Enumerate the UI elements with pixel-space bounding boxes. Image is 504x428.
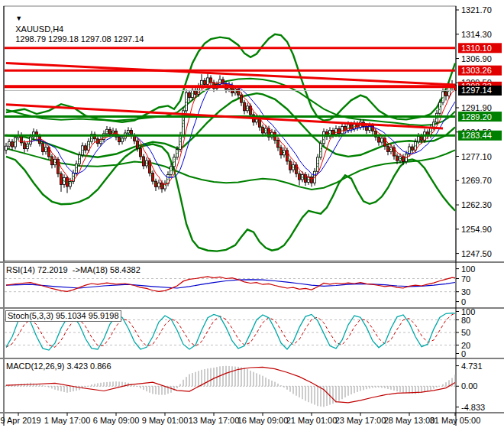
price-tag-red: 1310.10 [458, 43, 502, 53]
stoch-indicator-label[interactable]: Stoch(5,3,3) 95.1034 95.9198 [5, 310, 121, 322]
symbol-name: XAUUSD,H4 [15, 24, 63, 34]
macd-indicator-label: MACD(12,26,9) 3.423 0.866 [6, 362, 111, 371]
price-tick-label: 1247.50 [461, 249, 492, 258]
macd-scale-label: 0.00 [461, 381, 477, 391]
ma-red [18, 83, 455, 185]
macd-signal-line [6, 367, 455, 402]
price-tick-label: 1314.30 [461, 30, 492, 39]
candle-bear [445, 92, 447, 96]
time-tick-label: 21 May 01:00 [286, 416, 338, 425]
price-tag-green: 1283.44 [458, 131, 502, 141]
candle-bear [412, 147, 414, 150]
time-tick-label: 9 May 01:00 [142, 416, 189, 425]
time-tick-label: 23 May 17:00 [335, 416, 386, 425]
time-tick-label: 13 May 17:00 [189, 416, 240, 425]
candles [5, 73, 457, 193]
descending-trendline [6, 63, 455, 85]
price-tick-label: 1321.70 [461, 5, 492, 15]
candle-bear [277, 140, 279, 147]
price-tick-label: 1254.90 [461, 225, 492, 234]
symbol-ohlc-label: ▼ XAUUSD,H4 1298.79 1299.18 1297.08 1297… [6, 4, 144, 54]
stoch-scale-label: 80 [461, 316, 470, 325]
symbol-dropdown-icon[interactable]: ▼ [15, 14, 22, 24]
price-tag-red: 1303.26 [458, 66, 502, 76]
macd-scale-label: -4.833 [461, 403, 485, 412]
price-tag-black: 1297.14 [458, 86, 502, 96]
stoch-scale-label: 0 [461, 349, 466, 358]
time-tick-label: 1 May 17:00 [44, 416, 91, 425]
candle-bull [88, 141, 90, 150]
price-tag-text: 1297.14 [461, 86, 492, 95]
candle-bear [421, 136, 423, 140]
rsi-scale-label: 70 [461, 274, 470, 284]
time-tick-label: 28 May 13:00 [384, 416, 435, 425]
rsi-indicator-label: RSI(14) 72.2019 ->MA(18) 58.4382 [6, 265, 141, 275]
price-tag-text: 1310.10 [461, 44, 492, 53]
price-tick-label: 1277.10 [461, 152, 492, 161]
candle-bull [192, 90, 194, 97]
chart-window: 1321.701314.301306.901299.501291.901284.… [0, 0, 504, 428]
main-price-panel [5, 34, 457, 251]
price-tick-label: 1269.70 [461, 176, 492, 185]
time-tick-label: 29 Apr 2019 [0, 416, 41, 425]
candle-bull [5, 146, 8, 150]
price-tag-text: 1303.26 [461, 66, 492, 75]
candle-bear [143, 157, 145, 166]
price-tick-label: 1262.30 [461, 200, 492, 209]
stoch-scale-label: 50 [461, 328, 470, 337]
time-tick-label: 6 May 09:00 [93, 416, 140, 425]
price-tag-text: 1289.20 [461, 112, 492, 122]
price-tick-label: 1306.90 [461, 54, 492, 63]
time-tick-label: 16 May 09:00 [237, 416, 289, 425]
band-fast-lower [6, 144, 455, 251]
ohlc-values: 1298.79 1299.18 1297.08 1297.14 [15, 34, 144, 44]
rsi-scale-label: 0 [461, 297, 466, 306]
price-scale: 1321.701314.301306.901299.501291.901284.… [456, 5, 502, 258]
rsi-scale-label: 100 [461, 264, 475, 274]
rsi-scale-label: 30 [461, 287, 470, 297]
price-tag-text: 1283.44 [461, 131, 492, 140]
rsi-ma-line [6, 280, 455, 288]
candle-bear [262, 127, 264, 133]
macd-scale-label: 4.731 [461, 362, 483, 371]
candle-bull [323, 131, 325, 143]
price-tick-label: 1291.90 [461, 103, 492, 112]
price-tag-green: 1289.20 [458, 112, 502, 122]
time-tick-label: 31 May 05:00 [430, 416, 481, 425]
candle-bull [45, 148, 47, 152]
candle-bull [381, 138, 383, 142]
time-axis: 29 Apr 20191 May 17:006 May 09:009 May 0… [0, 413, 480, 425]
